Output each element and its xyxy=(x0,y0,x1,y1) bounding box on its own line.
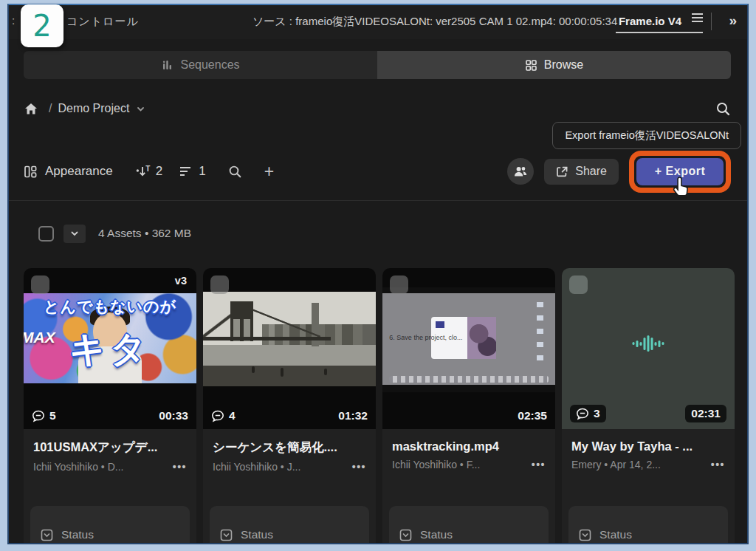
active-tab-underline xyxy=(616,32,703,33)
asset-grid: v3 とんでもないのが MAX キタ xyxy=(24,268,735,544)
tab-sequences[interactable]: Sequences xyxy=(24,51,377,79)
duration-label: 02:35 xyxy=(518,409,547,422)
status-label: Status xyxy=(420,528,453,541)
more-menu-button[interactable]: ••• xyxy=(711,459,725,470)
divider xyxy=(711,13,712,30)
selection-dropdown-button[interactable] xyxy=(63,225,86,243)
filter-count: 1 xyxy=(199,164,205,179)
breadcrumb-separator: / xyxy=(49,102,52,115)
asset-card[interactable]: v3 とんでもないのが MAX キタ xyxy=(24,268,196,544)
asset-checkbox[interactable] xyxy=(210,276,229,294)
asset-card[interactable]: 4 01:32 シーケンスを簡易化.... Ichii Yoshihiko • … xyxy=(203,268,376,544)
svg-text:T: T xyxy=(145,165,150,173)
video-thumbnail-image: 6. Save the project, clo... xyxy=(382,287,555,392)
share-button[interactable]: Share xyxy=(544,159,619,185)
thumbnail-text-top: とんでもないのが xyxy=(24,296,196,317)
thumbnail-bridge-tower xyxy=(230,301,252,341)
more-menu-button[interactable]: ••• xyxy=(352,461,366,473)
comment-icon xyxy=(32,410,45,422)
asset-title[interactable]: masktracking.mp4 xyxy=(392,439,546,454)
thumbnail-caption: 6. Save the project, clo... xyxy=(389,334,462,341)
add-asset-button[interactable]: + xyxy=(264,165,274,178)
asset-thumbnail[interactable]: v3 とんでもないのが MAX キタ xyxy=(24,268,196,429)
tab-browse[interactable]: Browse xyxy=(377,51,731,79)
status-dropdown[interactable]: Status xyxy=(389,506,549,544)
status-dropdown[interactable]: Status xyxy=(30,506,190,544)
version-badge: v3 xyxy=(175,275,187,287)
search-icon[interactable] xyxy=(228,165,242,179)
asset-thumbnail[interactable]: 4 01:32 xyxy=(203,268,376,429)
asset-byline: Ichii Yoshihiko • F... xyxy=(392,459,480,470)
breadcrumb: / Demo Project xyxy=(24,97,731,120)
browse-tab-label: Browse xyxy=(544,58,583,72)
step-number-badge: 2 xyxy=(21,4,63,47)
premiere-panel-window: : コントロール ソース : frameio復活VIDEOSALONt: ver… xyxy=(7,4,749,544)
frameio-tab-label: Frame.io V4 xyxy=(616,15,684,27)
appearance-icon[interactable] xyxy=(24,165,38,179)
select-all-checkbox[interactable] xyxy=(38,226,54,242)
more-menu-button[interactable]: ••• xyxy=(173,461,187,473)
browse-toolbar: Appearance T 2 1 + xyxy=(24,154,731,188)
tutorial-highlight-ring: + Export xyxy=(629,151,731,193)
share-icon xyxy=(556,165,568,178)
status-dropdown-icon xyxy=(41,529,53,541)
breadcrumb-project[interactable]: Demo Project xyxy=(58,102,129,115)
status-label: Status xyxy=(599,528,632,541)
panel-overflow-button[interactable]: » xyxy=(729,13,737,29)
step-number: 2 xyxy=(32,11,51,41)
more-menu-button[interactable]: ••• xyxy=(532,459,546,470)
frameio-panel-screenshot: 2 : コントロール ソース : frameio復活VIDEOSALONt: v… xyxy=(0,0,756,551)
video-thumbnail-image: とんでもないのが MAX キタ xyxy=(24,293,196,383)
browse-grid-icon xyxy=(525,59,537,72)
asset-card[interactable]: 6. Save the project, clo... 02:35 masktr… xyxy=(382,268,555,544)
asset-title[interactable]: シーケンスを簡易化.... xyxy=(213,439,366,456)
hand-cursor-icon xyxy=(671,176,693,199)
panel-tab-controls[interactable]: コントロール xyxy=(66,15,139,29)
appearance-label[interactable]: Appearance xyxy=(45,164,113,179)
home-icon[interactable] xyxy=(24,102,38,116)
asset-title[interactable]: 101USMAXアップデ... xyxy=(33,439,187,456)
people-icon xyxy=(513,165,528,177)
sequences-icon xyxy=(161,59,173,72)
asset-checkbox[interactable] xyxy=(390,276,408,294)
audio-waveform-icon xyxy=(633,335,664,352)
panel-menu-icon[interactable] xyxy=(692,11,703,24)
status-dropdown-icon xyxy=(399,529,412,541)
status-label: Status xyxy=(241,528,273,541)
collaborators-button[interactable] xyxy=(507,158,534,185)
share-button-label: Share xyxy=(575,165,607,178)
status-dropdown[interactable]: Status xyxy=(210,506,369,544)
panel-top-bar: : コントロール ソース : frameio復活VIDEOSALONt: ver… xyxy=(9,5,747,39)
asset-byline: Emery • Apr 14, 2... xyxy=(571,459,661,470)
comment-count: 4 xyxy=(211,409,236,422)
filter-icon[interactable] xyxy=(179,165,193,178)
thumbnail-text-big: キタ xyxy=(24,326,196,373)
asset-card[interactable]: 3 02:31 My Way by Tayha - ... Emery • Ap… xyxy=(562,268,735,544)
status-dropdown-icon xyxy=(220,529,233,541)
asset-title[interactable]: My Way by Tayha - ... xyxy=(571,439,725,454)
video-thumbnail-image xyxy=(203,292,376,386)
assets-summary: 4 Assets • 362 MB xyxy=(98,227,191,240)
duration-label: 02:31 xyxy=(685,405,726,422)
divider xyxy=(9,200,747,201)
selection-bar: 4 Assets • 362 MB xyxy=(38,222,191,244)
asset-checkbox[interactable] xyxy=(31,276,49,294)
sort-count: 2 xyxy=(156,164,162,179)
view-switcher: Sequences Browse xyxy=(24,51,731,79)
sort-icon[interactable]: T xyxy=(135,164,151,179)
status-dropdown[interactable]: Status xyxy=(568,506,728,544)
asset-thumbnail[interactable]: 3 02:31 xyxy=(562,268,735,429)
search-icon[interactable] xyxy=(715,101,731,117)
chevron-down-icon[interactable] xyxy=(136,104,145,114)
chevron-down-icon xyxy=(70,229,79,238)
comment-icon xyxy=(576,408,589,420)
comment-count: 5 xyxy=(32,409,56,422)
source-clip-label: ソース : frameio復活VIDEOSALONt: ver2505 CAM … xyxy=(252,15,617,29)
asset-checkbox[interactable] xyxy=(569,276,588,294)
comment-count: 3 xyxy=(570,405,606,422)
sequences-tab-label: Sequences xyxy=(180,58,239,72)
tab-frameio-v4[interactable]: Frame.io V4 xyxy=(616,11,703,33)
status-label: Status xyxy=(61,528,94,541)
asset-thumbnail[interactable]: 6. Save the project, clo... 02:35 xyxy=(382,268,555,429)
export-tooltip: Export frameio復活VIDEOSALONt xyxy=(552,122,741,149)
